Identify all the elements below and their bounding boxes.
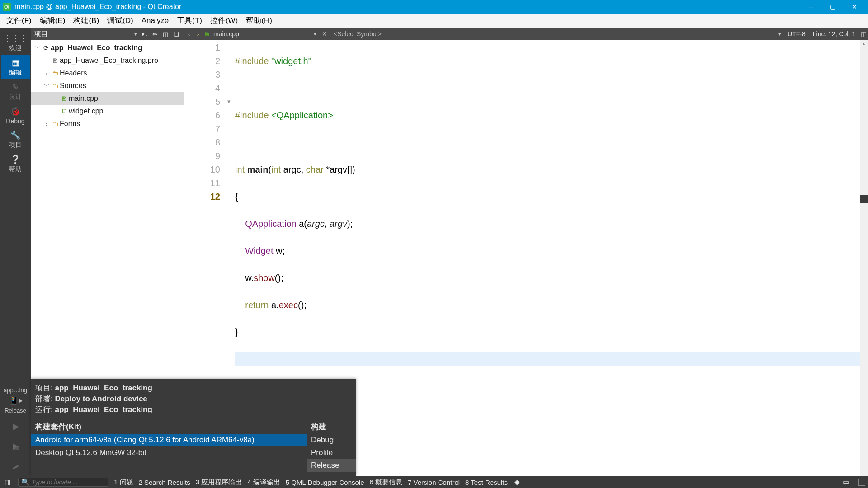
title-bar: Qt main.cpp @ app_Huawei_Eco_tracking - … [0,0,868,14]
menu-help[interactable]: 帮助(H) [242,14,276,28]
project-header-label: 项目 [34,30,132,38]
symbol-selector[interactable]: <Select Symbol> [330,30,776,38]
close-file-icon[interactable]: ✕ [319,30,330,38]
scrollbar-marker [860,195,868,203]
filter-icon[interactable]: ▼. [140,31,148,38]
menu-widgets[interactable]: 控件(W) [207,14,241,28]
output-menu-icon[interactable]: ◆ [513,478,521,486]
menu-file[interactable]: 文件(F) [3,14,35,28]
tab-issues[interactable]: 1 问题 [114,478,133,487]
symbol-dropdown-icon[interactable]: ▾ [776,31,784,37]
split-icon[interactable]: ◫ [161,31,170,38]
svg-rect-3 [12,465,19,469]
tab-search[interactable]: 2 Search Results [139,479,190,486]
editor-toolbar: ‹ › 🗎 main.cpp ▾ ✕ <Select Symbol> ▾ UTF… [184,28,868,40]
tree-pro-file[interactable]: 🗎app_Huawei_Eco_tracking.pro [31,54,184,67]
tab-general[interactable]: 6 概要信息 [370,478,403,487]
kit-option-android[interactable]: Android for arm64-v8a (Clang Qt 5.12.6 f… [31,434,307,446]
kit-selector-popup: 项目: app_Huawei_Eco_tracking 部署: Deploy t… [31,379,356,476]
search-icon: 🔍 [21,478,30,486]
tree-forms[interactable]: ›🗀Forms [31,117,184,130]
mode-debug[interactable]: 🐞Debug [1,104,30,127]
svg-marker-0 [13,423,19,431]
menu-debug[interactable]: 调试(D) [104,14,137,28]
split-editor-icon[interactable]: ◫ [859,30,868,38]
target-config: Release [1,407,30,414]
device-icon: 📱▸ [1,395,30,405]
menu-build[interactable]: 构建(B) [70,14,103,28]
build-header: 构建 [307,420,356,434]
mode-design[interactable]: ✎设计 [1,80,30,103]
target-name: app…ing [1,387,30,394]
menu-bar: 文件(F) 编辑(E) 构建(B) 调试(D) Analyze 工具(T) 控件… [0,14,868,28]
kit-option-desktop[interactable]: Desktop Qt 5.12.6 MinGW 32-bit [31,446,307,459]
menu-tools[interactable]: 工具(T) [173,14,206,28]
locator[interactable]: 🔍 [18,478,108,487]
build-button[interactable] [9,460,22,474]
kits-header: 构建套件(Kit) [31,420,307,434]
nav-back-icon[interactable]: ‹ [184,30,193,38]
tab-vcs[interactable]: 7 Version Control [408,479,460,486]
mode-help[interactable]: ❔帮助 [1,152,30,175]
tree-root[interactable]: ﹀⟳app_Huawei_Eco_tracking [31,42,184,54]
file-dropdown-icon[interactable]: ▾ [311,31,319,37]
mode-welcome[interactable]: ⋮⋮⋮欢迎 [1,31,30,54]
file-name[interactable]: main.cpp [212,30,311,38]
tree-headers[interactable]: ›🗀Headers [31,67,184,80]
cursor-position[interactable]: Line: 12, Col: 1 [809,30,859,38]
tree-sources[interactable]: ﹀🗀Sources [31,80,184,92]
kit-info: 项目: app_Huawei_Eco_tracking 部署: Deploy t… [31,379,356,417]
tree-widget-cpp[interactable]: 🗎widget.cpp [31,105,184,117]
window-title: main.cpp @ app_Huawei_Eco_tracking - Qt … [14,3,800,11]
project-header: 项目 ▾ ▼. ⇔ ◫ ❏ [31,28,184,40]
tab-compile-output[interactable]: 4 编译输出 [247,478,280,487]
menu-analyze[interactable]: Analyze [138,14,172,27]
status-bar: ◨ 🔍 1 问题 2 Search Results 3 应用程序输出 4 编译输… [0,476,868,488]
toggle-sidebar-icon[interactable]: ◨ [3,478,13,486]
progress-icon[interactable]: ▭ [841,478,851,486]
close-button[interactable]: ✕ [844,0,865,14]
toggle-right-sidebar-icon[interactable] [858,479,865,486]
mode-project[interactable]: 🔧项目 [1,127,30,151]
menu-edit[interactable]: 编辑(E) [36,14,69,28]
app-icon: Qt [3,3,11,11]
build-option-profile[interactable]: Profile [307,446,356,459]
run-button[interactable] [9,420,22,434]
close-panel-icon[interactable]: ❏ [172,31,180,38]
build-option-debug[interactable]: Debug [307,434,356,446]
encoding-label[interactable]: UTF-8 [784,30,809,38]
svg-point-2 [15,447,19,450]
minimize-button[interactable]: ─ [800,0,822,14]
run-debug-button[interactable] [9,440,22,454]
tree-main-cpp[interactable]: 🗎main.cpp [31,92,184,105]
maximize-button[interactable]: ▢ [822,0,844,14]
link-icon[interactable]: ⇔ [151,31,159,38]
target-selector[interactable]: app…ing 📱▸ Release [1,384,30,417]
nav-fwd-icon[interactable]: › [193,30,203,38]
editor-scrollbar[interactable] [860,40,868,476]
project-dropdown-icon[interactable]: ▾ [134,31,137,37]
build-option-release[interactable]: Release [307,459,356,472]
tab-qml-console[interactable]: 5 QML Debugger Console [286,479,364,486]
locator-input[interactable] [32,479,105,486]
mode-edit[interactable]: ▦编辑 [1,55,30,79]
tab-tests[interactable]: 8 Test Results [465,479,508,486]
mode-bar: ⋮⋮⋮欢迎 ▦编辑 ✎设计 🐞Debug 🔧项目 ❔帮助 app…ing 📱▸ … [0,28,31,476]
file-icon: 🗎 [203,30,212,38]
tab-app-output[interactable]: 3 应用程序输出 [196,478,242,487]
